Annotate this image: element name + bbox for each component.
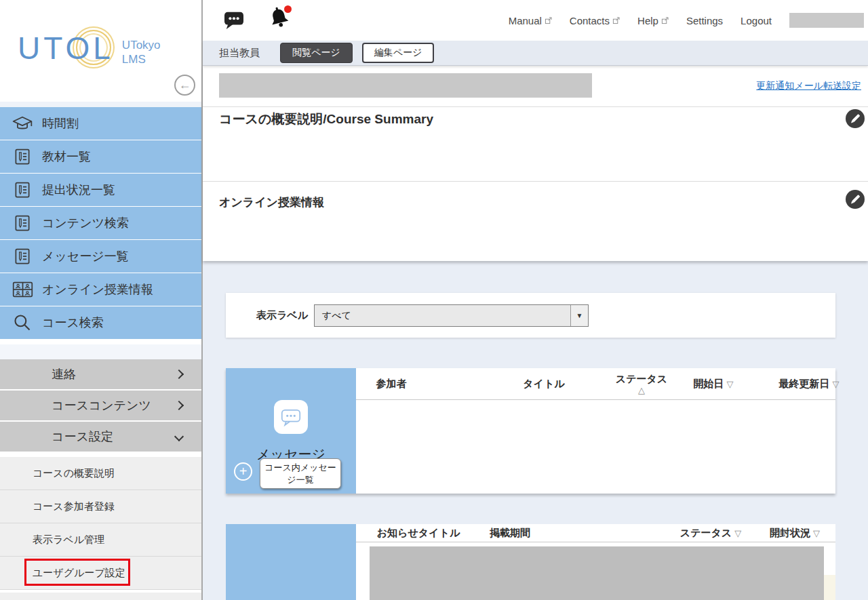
utol-logo: UTOL UTokyo LMS [18,33,161,67]
online-class-info-heading: オンライン授業情報 [219,195,324,210]
logo-area: UTOL UTokyo LMS ← [0,0,201,102]
sidebar-subitem-user-group-settings[interactable]: ユーザグループ設定 [0,557,201,590]
tab-view-page[interactable]: 閲覧ページ [280,43,353,63]
sidebar-group-course-contents[interactable]: コースコンテンツ [0,391,201,422]
sidebar-item-content-search[interactable]: コンテンツ検索 [0,207,201,240]
sort-desc-icon: ▽ [833,379,840,389]
sidebar-item-materials[interactable]: 教材一覧 [0,140,201,174]
redacted-user-name [789,13,864,28]
chat-bubble-icon [281,408,301,426]
role-label: 担当教員 [219,47,260,60]
sidebar-item-message-list[interactable]: メッセージ一覧 [0,240,201,273]
main-area: Manual Contacts Help Settings Logout [203,0,868,600]
logout-link[interactable]: Logout [741,15,772,26]
dropdown-arrow-icon: ▼ [570,305,588,326]
external-link-icon [545,17,552,24]
message-table-header: 参加者 タイトル ステータス △ 開始日▽ 最終更新日▽ [356,368,835,400]
column-header-participants: 参加者 [376,378,407,391]
column-header-start-date[interactable]: 開始日▽ [694,378,734,391]
sidebar: UTOL UTokyo LMS ← 時間割 [0,0,203,600]
pencil-icon [852,114,860,122]
course-header-card: 更新通知メール転送設定 コースの概要説明/Course Summary オンライ… [203,66,868,261]
sidebar-subitem-participant-registration[interactable]: コース参加者登録 [0,490,201,523]
sidebar-group-menu: 連絡 コースコンテンツ コース設定 [0,359,201,453]
clipboard-icon [9,247,36,266]
notice-section: お知らせタイトル 掲載期間 ステータス▽ 開封状況▽ [226,524,835,600]
display-label-select-value: すべて [315,305,570,326]
manual-link[interactable]: Manual [509,15,552,26]
utol-lms-screen: UTOL UTokyo LMS ← 時間割 [0,0,868,600]
sidebar-item-course-search[interactable]: コース検索 [0,306,201,340]
search-icon [9,313,36,332]
column-header-notice-title: お知らせタイトル [377,527,460,540]
sidebar-main-menu: 時間割 教材一覧 提出状況一覧 [0,107,201,340]
top-header-bar: Manual Contacts Help Settings Logout [203,0,868,41]
notice-panel-card[interactable] [226,524,356,600]
sort-desc-icon: ▽ [727,379,734,389]
sidebar-item-timetable[interactable]: 時間割 [0,107,201,140]
column-header-status[interactable]: ステータス △ [616,373,667,395]
external-link-icon [661,17,669,24]
display-label-filter-label: 表示ラベル [256,309,308,322]
notification-bell-icon[interactable] [267,4,292,31]
display-label-filter-card: 表示ラベル すべて ▼ [226,293,835,338]
clipboard-icon [9,180,36,199]
update-notification-mail-link[interactable]: 更新通知メール転送設定 [756,80,861,92]
sidebar-sub-menu: コースの概要説明 コース参加者登録 表示ラベル管理 ユーザグループ設定 [0,457,201,590]
settings-link[interactable]: Settings [686,15,723,26]
column-header-posting-period: 掲載期間 [490,527,530,540]
sort-desc-icon: ▽ [734,528,741,538]
redacted-course-title [219,73,592,98]
sort-desc-icon: ▽ [813,528,820,538]
notification-badge-dot [284,5,292,13]
plus-icon: + [239,464,248,479]
logo-subtitle: UTokyo LMS [122,38,161,67]
column-header-title: タイトル [523,378,564,391]
video-grid-icon [9,281,36,298]
sidebar-group-contact[interactable]: 連絡 [0,359,201,391]
message-bubble-tile [274,400,308,434]
tab-edit-page[interactable]: 編集ページ [362,43,435,63]
sidebar-subitem-course-summary[interactable]: コースの概要説明 [0,457,201,490]
sort-asc-icon: △ [616,386,667,395]
course-message-list-button[interactable]: コース内メッセージ一覧 [260,458,341,489]
chevron-right-icon [174,401,184,410]
sidebar-divider-strip [0,102,201,107]
sidebar-group-course-settings[interactable]: コース設定 [0,422,201,453]
sidebar-collapse-button[interactable]: ← [174,75,195,96]
column-header-open-status[interactable]: 開封状況▽ [770,527,820,540]
external-link-icon [612,17,620,24]
sidebar-subitem-display-label-management[interactable]: 表示ラベル管理 [0,523,201,557]
clipboard-icon [9,147,36,166]
help-link[interactable]: Help [637,15,669,26]
divider [203,106,868,107]
clipboard-icon [9,214,36,233]
sidebar-divider-strip [0,344,201,359]
contacts-link[interactable]: Contacts [570,15,620,26]
column-header-last-updated[interactable]: 最終更新日▽ [779,378,840,391]
pencil-icon [852,195,860,203]
display-label-select[interactable]: すべて ▼ [314,304,589,327]
graduation-cap-icon [9,115,36,133]
page-tab-strip: 担当教員 閲覧ページ 編集ページ [203,41,868,66]
logo-brand-text: UTOL [18,33,114,64]
message-section: メッセージ + コース内メッセージ一覧 参加者 タイトル ステータス △ [226,368,835,494]
back-arrow-icon: ← [179,78,191,92]
chevron-right-icon [174,369,184,379]
chevron-down-icon [174,432,184,441]
sidebar-item-online-class-info[interactable]: オンライン授業情報 [0,273,201,306]
divider [203,181,868,182]
message-table: 参加者 タイトル ステータス △ 開始日▽ 最終更新日▽ [356,368,835,494]
course-summary-heading: コースの概要説明/Course Summary [219,111,433,128]
edit-online-class-info-button[interactable] [846,190,865,209]
sidebar-filler [0,593,201,600]
top-links: Manual Contacts Help Settings Logout [509,0,864,41]
redacted-notice-content [370,546,824,600]
column-header-status[interactable]: ステータス▽ [680,527,741,540]
add-message-button[interactable]: + [234,462,252,481]
edit-course-summary-button[interactable] [846,109,865,128]
notice-table-header: お知らせタイトル 掲載期間 ステータス▽ 開封状況▽ [356,524,835,542]
sidebar-item-submissions[interactable]: 提出状況一覧 [0,174,201,207]
chat-icon[interactable] [223,11,245,30]
message-panel-card[interactable]: メッセージ + コース内メッセージ一覧 [226,368,356,494]
